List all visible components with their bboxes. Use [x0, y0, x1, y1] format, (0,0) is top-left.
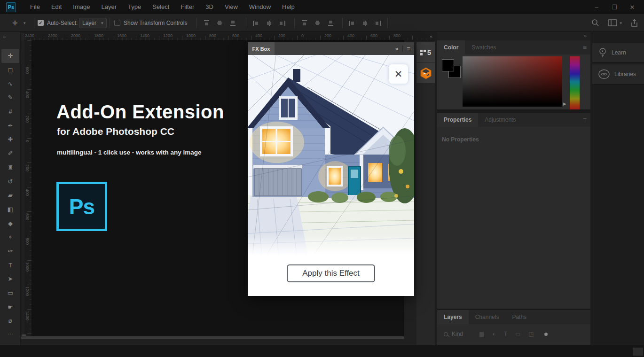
smart-object-filter-icon[interactable]: ◳	[528, 331, 534, 337]
menu-item-image[interactable]: Image	[67, 0, 95, 14]
tab-layers[interactable]: Layers	[437, 310, 469, 324]
show-transform-checkbox[interactable]	[114, 14, 120, 31]
tab-swatches[interactable]: Swatches	[465, 40, 503, 54]
rectangular-marquee-tool[interactable]: ◻	[0, 63, 21, 77]
move-tool-preset-icon[interactable]: ✛	[12, 14, 18, 31]
minimize-button[interactable]: –	[589, 2, 604, 12]
distribute-right-edges-icon[interactable]	[375, 20, 382, 26]
share-icon[interactable]	[630, 19, 638, 27]
apply-effect-button[interactable]: Apply this Effect	[287, 264, 375, 282]
tab-properties[interactable]: Properties	[437, 113, 478, 127]
blur-tool[interactable]: ◆	[0, 216, 21, 230]
eyedropper-tool[interactable]: ✒	[0, 118, 21, 132]
lasso-tool[interactable]: ∿	[0, 77, 21, 91]
horizontal-ruler[interactable]: « 24002200200018001600140012001000800600…	[21, 33, 435, 40]
learn-panel-button[interactable]: Learn	[592, 43, 644, 62]
menu-item-window[interactable]: Window	[243, 0, 276, 14]
menu-item-file[interactable]: File	[24, 0, 46, 14]
distribute-horizontal-centers-icon[interactable]	[361, 20, 369, 26]
rectangle-tool[interactable]: ▭	[0, 286, 21, 300]
divider	[387, 18, 388, 28]
collapse-panel-icon[interactable]: »	[395, 45, 399, 52]
menu-item-3d[interactable]: 3D	[200, 0, 219, 14]
menu-item-filter[interactable]: Filter	[175, 0, 200, 14]
path-selection-tool[interactable]: ➤	[0, 272, 21, 286]
foreground-color-swatch[interactable]	[442, 59, 454, 71]
dodge-tool[interactable]: ⌖	[0, 230, 21, 244]
unchecked-checkbox-icon[interactable]	[114, 20, 120, 26]
align-right-edges-icon[interactable]	[279, 20, 286, 26]
tool-preset-chevron-icon[interactable]: ▾	[24, 14, 26, 31]
collapse-panels-icon[interactable]: »	[584, 33, 587, 39]
menu-item-type[interactable]: Type	[122, 0, 147, 14]
distribute-vertical-centers-icon[interactable]	[314, 20, 321, 26]
history-brush-tool[interactable]: ↺	[0, 174, 21, 188]
panel-menu-icon[interactable]: ≡	[583, 44, 587, 51]
zoom-tool[interactable]: ⌀	[0, 314, 21, 328]
crop-tool[interactable]: #	[0, 105, 21, 119]
panel-menu-icon[interactable]: ≡	[407, 45, 410, 53]
adjustment-layers-filter-icon[interactable]: ◐	[492, 331, 495, 337]
libraries-panel-button[interactable]: Libraries	[592, 64, 644, 85]
hand-tool[interactable]: ☛	[0, 300, 21, 314]
auto-select-target-dropdown[interactable]: Layer▾	[79, 14, 107, 31]
type-tool[interactable]: T	[0, 258, 21, 272]
layer-filter-kind-label[interactable]: Kind	[452, 331, 463, 337]
house-sketch-image	[248, 55, 414, 255]
color-slider-icon[interactable]: ▶	[563, 101, 566, 106]
align-top-edges-icon[interactable]	[203, 20, 210, 26]
collapse-right-icon[interactable]: »	[3, 34, 6, 39]
menu-item-edit[interactable]: Edit	[46, 0, 67, 14]
distribute-left-edges-icon[interactable]	[348, 20, 355, 26]
gradient-tool[interactable]: ◧	[0, 202, 21, 217]
edit-toolbar-icon[interactable]: ⋯	[0, 331, 21, 337]
filter-toggle-icon[interactable]	[544, 333, 548, 336]
ruler-corner	[21, 33, 24, 40]
pen-tool[interactable]: ✑	[0, 244, 21, 258]
color-field[interactable]	[463, 56, 562, 107]
collapse-left-icon[interactable]: «	[430, 34, 432, 39]
layer-search-icon[interactable]	[444, 332, 448, 336]
search-icon[interactable]	[591, 19, 599, 27]
align-horizontal-centers-icon[interactable]	[266, 20, 273, 26]
quick-selection-tool[interactable]: ✎	[0, 91, 21, 105]
eraser-tool[interactable]: ▰	[0, 188, 21, 202]
clone-stamp-tool[interactable]: ♜	[0, 161, 21, 175]
restore-button[interactable]: ❐	[607, 2, 621, 12]
v-ruler-number: 0	[25, 140, 30, 142]
move-tool[interactable]: ✛	[1, 49, 19, 63]
auto-select-checkbox[interactable]: ✓	[38, 14, 44, 31]
fx-box-extension-icon[interactable]	[416, 63, 435, 84]
h-ruler-number: 400	[347, 33, 354, 38]
fx-box-tab[interactable]: FX Box	[248, 42, 275, 55]
vertical-ruler[interactable]: 60040020002004006008001000120014001600	[24, 40, 32, 336]
tab-paths[interactable]: Paths	[505, 310, 533, 324]
type-layers-filter-icon[interactable]: T	[504, 331, 507, 337]
tab-channels[interactable]: Channels	[469, 310, 506, 324]
brush-tool[interactable]: ✐	[0, 147, 21, 161]
distribute-bottom-edges-icon[interactable]	[327, 20, 334, 26]
scroll-corner[interactable]	[633, 348, 643, 356]
menu-item-help[interactable]: Help	[276, 0, 300, 14]
align-bottom-edges-icon[interactable]	[229, 20, 236, 26]
menu-item-select[interactable]: Select	[147, 0, 175, 14]
panel-menu-icon[interactable]: ≡	[583, 116, 587, 124]
menu-item-view[interactable]: View	[219, 0, 243, 14]
distribute-top-edges-icon[interactable]	[301, 20, 308, 26]
pixel-layers-filter-icon[interactable]: ▦	[479, 331, 484, 337]
align-left-edges-icon[interactable]	[252, 20, 259, 26]
checked-checkbox-icon[interactable]: ✓	[38, 20, 44, 26]
close-icon[interactable]: ✕	[389, 64, 408, 84]
tab-adjustments[interactable]: Adjustments	[478, 113, 522, 127]
horizontal-scrollbar[interactable]	[21, 336, 404, 339]
align-vertical-centers-icon[interactable]	[216, 20, 223, 26]
hue-strip[interactable]	[570, 56, 580, 109]
menu-item-layer[interactable]: Layer	[96, 0, 123, 14]
spot-healing-brush-tool[interactable]: ✚	[0, 132, 21, 147]
shape-layers-filter-icon[interactable]: ▭	[515, 331, 520, 337]
close-button[interactable]: ✕	[625, 2, 639, 12]
fx-box-collapsed-panel-icon[interactable]: 5	[416, 42, 435, 63]
workspace-switcher-icon[interactable]: ▾	[608, 19, 622, 26]
tab-color[interactable]: Color	[437, 40, 465, 54]
divider	[246, 18, 246, 28]
